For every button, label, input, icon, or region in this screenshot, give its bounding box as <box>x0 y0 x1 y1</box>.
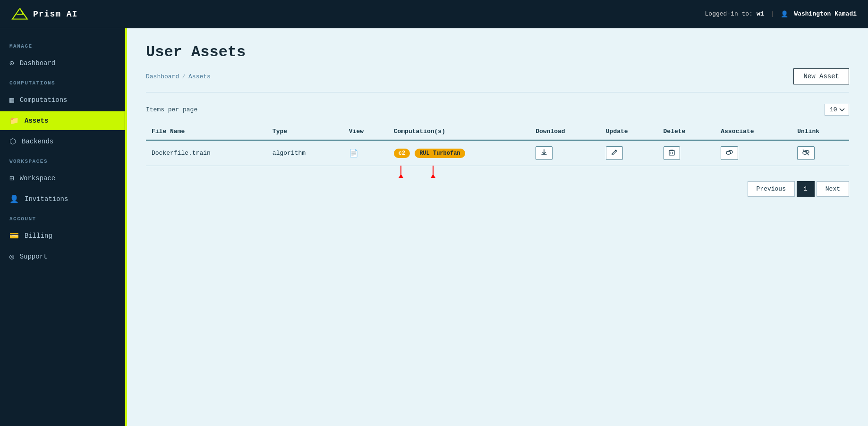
page-title: User Assets <box>146 43 849 61</box>
divider: | <box>771 10 774 17</box>
pagination: Previous 1 Next <box>146 181 849 197</box>
next-button[interactable]: Next <box>817 181 849 197</box>
workspace-icon: ⊞ <box>9 174 14 183</box>
sidebar: MANAGE ⊙ Dashboard COMPUTATIONS ▦ Comput… <box>0 28 125 426</box>
annotation-arrows <box>399 166 435 178</box>
type-text: algorithm <box>272 150 306 157</box>
backends-icon: ⬡ <box>9 137 16 146</box>
col-delete: Delete <box>658 123 715 140</box>
view-file-icon[interactable]: 📄 <box>349 150 358 158</box>
associate-button[interactable] <box>721 146 738 160</box>
sidebar-item-assets[interactable]: 📁 Assets <box>0 111 125 130</box>
assets-icon: 📁 <box>9 116 19 125</box>
update-button[interactable] <box>606 146 623 160</box>
section-computations: COMPUTATIONS <box>0 75 125 89</box>
cell-type: algorithm <box>267 140 343 166</box>
sidebar-item-billing[interactable]: 💳 Billing <box>0 226 125 245</box>
sidebar-label-support: Support <box>20 253 48 260</box>
sidebar-label-dashboard: Dashboard <box>20 59 56 67</box>
download-button[interactable] <box>536 146 553 160</box>
logged-in-label: Logged-in to: <box>705 10 753 17</box>
arrow-c2-head <box>399 174 403 178</box>
content-area: User Assets Dashboard / Assets New Asset… <box>125 28 868 426</box>
computations-icon: ▦ <box>9 95 14 105</box>
breadcrumb-row: Dashboard / Assets New Asset <box>146 68 849 92</box>
trash-icon <box>669 149 675 156</box>
prism-logo-icon <box>11 8 28 21</box>
col-update: Update <box>600 123 658 140</box>
user-info: Logged-in to: w1 | 👤 Washington Kamadi <box>705 10 857 18</box>
computation-tag-c2[interactable]: c2 <box>394 149 410 158</box>
arrow-rul <box>431 166 435 178</box>
col-download: Download <box>530 123 600 140</box>
col-associate: Associate <box>715 123 791 140</box>
col-unlink: Unlink <box>791 123 849 140</box>
col-computations: Computation(s) <box>388 123 530 140</box>
cell-download <box>530 140 600 166</box>
cell-delete <box>658 140 715 166</box>
breadcrumb-sep: / <box>182 73 186 80</box>
unlink-button[interactable] <box>797 146 815 160</box>
edit-icon <box>611 149 618 156</box>
invitations-icon: 👤 <box>9 194 19 204</box>
sidebar-label-backends: Backends <box>22 138 53 145</box>
cell-unlink <box>791 140 849 166</box>
table-header-row: File Name Type View Computation(s) Downl… <box>146 123 849 140</box>
arrow-rul-head <box>431 174 435 178</box>
main-layout: MANAGE ⊙ Dashboard COMPUTATIONS ▦ Comput… <box>0 28 868 426</box>
new-asset-button[interactable]: New Asset <box>793 68 849 84</box>
section-manage: MANAGE <box>0 38 125 52</box>
sidebar-label-invitations: Invitations <box>25 195 68 203</box>
sidebar-item-invitations[interactable]: 👤 Invitations <box>0 190 125 209</box>
unlink-icon <box>802 149 809 156</box>
computations-container: c2 RUL Turbofan <box>394 149 525 158</box>
sidebar-item-workspace[interactable]: ⊞ Workspace <box>0 169 125 188</box>
dashboard-icon: ⊙ <box>9 58 14 68</box>
breadcrumb: Dashboard / Assets <box>146 73 211 80</box>
user-icon: 👤 <box>781 10 788 18</box>
cell-filename: Dockerfile.train <box>146 140 267 166</box>
billing-icon: 💳 <box>9 231 19 241</box>
table-row: Dockerfile.train algorithm 📄 c2 RUL Turb… <box>146 140 849 166</box>
app-name: Prism AI <box>33 9 77 19</box>
sidebar-label-workspace: Workspace <box>20 175 56 182</box>
items-per-page-row: Items per page 10 25 50 <box>146 104 849 116</box>
col-type: Type <box>267 123 343 140</box>
section-workspaces: WORKSPACES <box>0 153 125 167</box>
sidebar-label-assets: Assets <box>25 117 48 125</box>
delete-button[interactable] <box>664 146 680 160</box>
col-filename: File Name <box>146 123 267 140</box>
support-icon: ◎ <box>9 252 14 261</box>
per-page-select[interactable]: 10 25 50 <box>825 104 849 116</box>
link-icon <box>726 149 733 156</box>
sidebar-item-computations[interactable]: ▦ Computations <box>0 91 125 109</box>
breadcrumb-current: Assets <box>188 73 211 80</box>
logo-area: Prism AI <box>11 8 77 21</box>
sidebar-item-dashboard[interactable]: ⊙ Dashboard <box>0 54 125 73</box>
svg-rect-0 <box>669 150 674 155</box>
col-view: View <box>343 123 388 140</box>
sidebar-label-billing: Billing <box>25 232 52 240</box>
arrow-rul-shaft <box>433 166 434 175</box>
sidebar-item-backends[interactable]: ⬡ Backends <box>0 132 125 151</box>
sidebar-item-support[interactable]: ◎ Support <box>0 247 125 266</box>
items-per-page-label: Items per page <box>146 106 197 113</box>
download-icon <box>541 149 547 156</box>
filename-text: Dockerfile.train <box>152 150 211 157</box>
current-page[interactable]: 1 <box>797 181 815 197</box>
topbar: Prism AI Logged-in to: w1 | 👤 Washington… <box>0 0 868 28</box>
previous-button[interactable]: Previous <box>748 181 795 197</box>
computation-tag-rul[interactable]: RUL Turbofan <box>415 149 465 158</box>
section-account: ACCOUNT <box>0 210 125 225</box>
user-name: Washington Kamadi <box>794 10 857 17</box>
cell-associate <box>715 140 791 166</box>
arrow-c2-shaft <box>400 166 401 175</box>
sidebar-label-computations: Computations <box>20 96 68 104</box>
arrow-c2 <box>399 166 403 178</box>
assets-table: File Name Type View Computation(s) Downl… <box>146 123 849 166</box>
cell-update <box>600 140 658 166</box>
workspace-id: w1 <box>757 10 764 17</box>
cell-computations: c2 RUL Turbofan <box>388 140 530 166</box>
content-inner: User Assets Dashboard / Assets New Asset… <box>127 28 868 212</box>
breadcrumb-home[interactable]: Dashboard <box>146 73 179 80</box>
